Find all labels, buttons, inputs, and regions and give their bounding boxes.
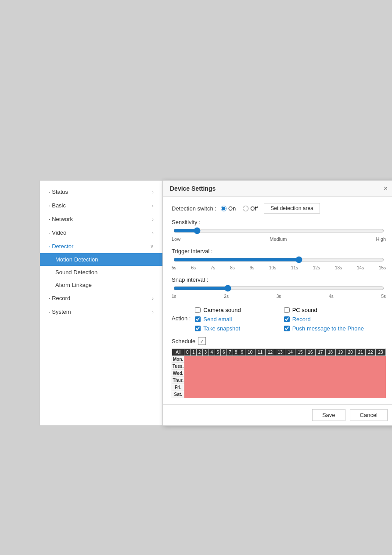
schedule-cell[interactable] — [215, 384, 221, 391]
schedule-cell[interactable] — [356, 370, 366, 377]
schedule-cell[interactable] — [191, 356, 197, 363]
schedule-cell[interactable] — [197, 384, 203, 391]
schedule-cell[interactable] — [184, 377, 191, 384]
schedule-cell[interactable] — [356, 384, 366, 391]
radio-on-input[interactable] — [221, 206, 227, 211]
schedule-cell[interactable] — [227, 377, 233, 384]
schedule-cell[interactable] — [295, 363, 306, 370]
schedule-cell[interactable] — [366, 370, 376, 377]
sidebar-item-status[interactable]: · Status › — [40, 185, 162, 199]
schedule-cell[interactable] — [209, 370, 215, 377]
schedule-cell[interactable] — [233, 391, 239, 398]
schedule-cell[interactable] — [197, 356, 203, 363]
schedule-cell[interactable] — [305, 363, 315, 370]
schedule-cell[interactable] — [233, 363, 239, 370]
schedule-cell[interactable] — [345, 363, 356, 370]
schedule-cell[interactable] — [221, 391, 227, 398]
schedule-cell[interactable] — [197, 391, 203, 398]
checkbox-take-snapshot[interactable] — [195, 326, 201, 331]
schedule-cell[interactable] — [239, 363, 245, 370]
sidebar-sub-item-motion-detection[interactable]: Motion Detection — [40, 253, 162, 266]
radio-off-input[interactable] — [243, 206, 248, 211]
schedule-cell[interactable] — [305, 377, 315, 384]
schedule-cell[interactable] — [275, 377, 285, 384]
schedule-cell[interactable] — [345, 377, 356, 384]
sidebar-sub-item-alarm-linkage[interactable]: Alarm Linkage — [40, 279, 162, 291]
schedule-cell[interactable] — [345, 356, 356, 363]
schedule-cell[interactable] — [184, 384, 191, 391]
schedule-cell[interactable] — [366, 356, 376, 363]
schedule-cell[interactable] — [255, 384, 265, 391]
schedule-cell[interactable] — [227, 356, 233, 363]
schedule-cell[interactable] — [335, 363, 345, 370]
schedule-cell[interactable] — [233, 370, 239, 377]
action-send-email[interactable]: Send email — [195, 316, 275, 323]
schedule-cell[interactable] — [295, 391, 306, 398]
schedule-cell[interactable] — [239, 384, 245, 391]
schedule-cell[interactable] — [245, 363, 255, 370]
close-button[interactable]: × — [384, 185, 388, 192]
schedule-cell[interactable] — [191, 391, 197, 398]
sensitivity-slider[interactable] — [173, 227, 384, 234]
schedule-cell[interactable] — [305, 356, 315, 363]
checkbox-push-message[interactable] — [284, 326, 290, 331]
schedule-cell[interactable] — [255, 377, 265, 384]
checkbox-send-email[interactable] — [195, 316, 201, 322]
schedule-cell[interactable] — [233, 377, 239, 384]
schedule-cell[interactable] — [265, 377, 275, 384]
schedule-cell[interactable] — [335, 356, 345, 363]
schedule-cell[interactable] — [275, 363, 285, 370]
schedule-cell[interactable] — [209, 377, 215, 384]
schedule-cell[interactable] — [295, 377, 306, 384]
schedule-cell[interactable] — [265, 384, 275, 391]
schedule-cell[interactable] — [356, 391, 366, 398]
schedule-cell[interactable] — [191, 363, 197, 370]
schedule-cell[interactable] — [305, 370, 315, 377]
schedule-cell[interactable] — [356, 377, 366, 384]
schedule-cell[interactable] — [345, 370, 356, 377]
schedule-cell[interactable] — [325, 363, 335, 370]
schedule-cell[interactable] — [366, 391, 376, 398]
save-button[interactable]: Save — [312, 409, 345, 421]
schedule-cell[interactable] — [221, 363, 227, 370]
schedule-cell[interactable] — [275, 356, 285, 363]
schedule-expand-icon[interactable]: ⤢ — [198, 337, 206, 345]
schedule-cell[interactable] — [285, 384, 295, 391]
schedule-cell[interactable] — [275, 370, 285, 377]
schedule-cell[interactable] — [191, 370, 197, 377]
schedule-cell[interactable] — [202, 370, 209, 377]
schedule-cell[interactable] — [239, 370, 245, 377]
schedule-cell[interactable] — [275, 384, 285, 391]
schedule-cell[interactable] — [295, 384, 306, 391]
schedule-cell[interactable] — [202, 384, 209, 391]
schedule-cell[interactable] — [197, 370, 203, 377]
schedule-cell[interactable] — [255, 356, 265, 363]
schedule-cell[interactable] — [245, 356, 255, 363]
schedule-cell[interactable] — [305, 384, 315, 391]
schedule-cell[interactable] — [376, 363, 386, 370]
schedule-cell[interactable] — [255, 370, 265, 377]
schedule-cell[interactable] — [227, 384, 233, 391]
checkbox-camera-sound[interactable] — [195, 307, 201, 313]
schedule-cell[interactable] — [245, 384, 255, 391]
schedule-cell[interactable] — [255, 391, 265, 398]
schedule-cell[interactable] — [376, 384, 386, 391]
sidebar-item-basic[interactable]: · Basic › — [40, 199, 162, 212]
schedule-cell[interactable] — [315, 363, 325, 370]
schedule-cell[interactable] — [275, 391, 285, 398]
schedule-cell[interactable] — [265, 356, 275, 363]
schedule-cell[interactable] — [285, 363, 295, 370]
schedule-cell[interactable] — [376, 377, 386, 384]
schedule-cell[interactable] — [315, 391, 325, 398]
schedule-cell[interactable] — [184, 391, 191, 398]
schedule-cell[interactable] — [209, 356, 215, 363]
schedule-cell[interactable] — [184, 370, 191, 377]
schedule-cell[interactable] — [191, 377, 197, 384]
schedule-cell[interactable] — [335, 377, 345, 384]
schedule-cell[interactable] — [285, 377, 295, 384]
schedule-cell[interactable] — [239, 356, 245, 363]
schedule-cell[interactable] — [184, 356, 191, 363]
schedule-cell[interactable] — [191, 384, 197, 391]
schedule-cell[interactable] — [325, 391, 335, 398]
schedule-cell[interactable] — [239, 377, 245, 384]
